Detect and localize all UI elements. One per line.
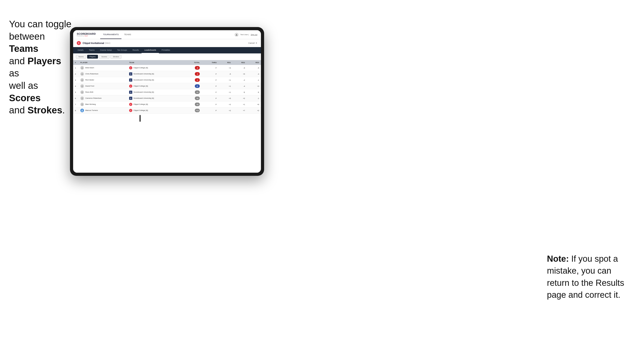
tab-tee-groups[interactable]: Tee Groups <box>114 47 130 53</box>
team-logo: C <box>129 66 132 69</box>
cell-rd3: -1 <box>247 95 261 101</box>
player-name: Rich Butler <box>85 79 94 81</box>
svg-point-2 <box>82 67 82 68</box>
navbar: SCOREBOARD Powered by clippd TOURNAMENTS… <box>73 30 261 39</box>
cell-thru: F <box>202 89 218 95</box>
cell-total: +1 <box>183 89 202 95</box>
cell-team: SScoreboard University [A] <box>127 77 183 83</box>
tab-details[interactable]: Details <box>75 47 86 53</box>
score-badge: -4 <box>195 72 200 76</box>
cell-rd3: +6 <box>247 101 261 108</box>
player-name: Chris Robertson <box>85 73 98 75</box>
tablet-frame: SCOREBOARD Powered by clippd TOURNAMENTS… <box>70 27 264 176</box>
team-name: Scoreboard University [A] <box>134 79 154 81</box>
cell-rd2: E <box>233 89 247 95</box>
nav-links: TOURNAMENTS TEAMS <box>100 30 134 39</box>
nav-teams[interactable]: TEAMS <box>122 30 134 39</box>
cell-team: SScoreboard University [A] <box>127 89 183 95</box>
subtab-scores[interactable]: Scores <box>99 55 110 59</box>
cell-player: Blair McHarg <box>78 101 127 108</box>
table-row: 7Blair McHargCClippd College [A]+8F+2+1+… <box>73 101 261 108</box>
subtab-players[interactable]: Players <box>87 55 98 59</box>
subtab-strokes[interactable]: Strokes <box>110 55 122 59</box>
cell-rd3: +3 <box>247 83 261 89</box>
svg-point-10 <box>82 92 82 92</box>
player-avatar <box>80 109 84 112</box>
cell-rd2: -2 <box>233 77 247 83</box>
tablet-side-button <box>140 115 141 122</box>
cell-rd1: +2 <box>218 108 233 114</box>
cell-rank: 8 <box>73 108 78 114</box>
cell-rd1: +2 <box>218 101 233 108</box>
cell-team: CClippd College [A] <box>127 83 183 89</box>
svg-text:S: S <box>130 92 131 93</box>
player-name: Rees Britt <box>85 91 93 93</box>
user-icon <box>234 33 238 37</box>
svg-text:S: S <box>130 98 131 99</box>
brand-title: SCOREBOARD <box>77 33 96 35</box>
close-icon: ✕ <box>256 42 257 44</box>
tab-leaderboards[interactable]: Leaderboards <box>142 47 159 53</box>
team-name: Clippd College [A] <box>134 109 148 111</box>
score-badge: +11 <box>195 109 200 112</box>
team-name: Clippd College [A] <box>134 67 148 69</box>
cell-rank: 2 <box>73 71 78 77</box>
cell-total: -8 <box>183 65 202 71</box>
table-row: 6Cameron RobertsonSScoreboard University… <box>73 95 261 101</box>
col-rd3: RD3 <box>247 60 261 65</box>
col-player: PLAYER <box>78 60 127 65</box>
cell-rd2: +7 <box>233 108 247 114</box>
team-logo: C <box>129 103 132 106</box>
table-row: 1Elliot EbertCClippd College [A]-8F+3-6-… <box>73 65 261 71</box>
svg-point-6 <box>82 79 82 80</box>
cell-player: Rees Britt <box>78 89 127 95</box>
cell-team: CClippd College [A] <box>127 65 183 71</box>
cell-thru: F <box>202 83 218 89</box>
team-logo: C <box>129 109 132 112</box>
player-avatar <box>80 72 84 76</box>
cell-rd2: -4 <box>233 83 247 89</box>
svg-point-9 <box>82 85 82 86</box>
team-name: Scoreboard University [A] <box>134 91 154 93</box>
leaderboard-table: # PLAYER TEAM TOTAL THRU RD1 RD2 RD3 1El… <box>73 60 261 114</box>
cell-thru: F <box>202 108 218 114</box>
cell-rank: 6 <box>73 95 78 101</box>
tab-results[interactable]: Results <box>130 47 142 53</box>
team-logo: S <box>129 97 132 100</box>
tournament-gender: (Men) <box>105 42 110 44</box>
cell-player: Elliot Ebert <box>78 65 127 71</box>
user-label: Test User | <box>240 34 249 36</box>
cell-rank: 4 <box>73 83 78 89</box>
tab-teams[interactable]: Teams <box>86 47 97 53</box>
brand-subtitle: Powered by clippd <box>77 35 96 36</box>
team-name: Scoreboard University [A] <box>134 73 154 75</box>
player-avatar <box>80 90 84 94</box>
cancel-button[interactable]: Cancel ✕ <box>248 42 257 44</box>
player-avatar <box>80 103 84 106</box>
cell-rd3: -1 <box>247 77 261 83</box>
svg-point-13 <box>82 98 82 99</box>
player-avatar <box>80 96 84 100</box>
right-annotation: Note: If you spot a mistake, you can ret… <box>547 253 633 301</box>
tab-printables[interactable]: Printables <box>159 47 173 53</box>
svg-text:S: S <box>130 79 131 81</box>
team-logo: S <box>129 72 132 75</box>
team-logo: S <box>129 91 132 94</box>
table-row: 8Marcus TurnersCClippd College [A]+11F+2… <box>73 108 261 114</box>
cell-team: CClippd College [A] <box>127 101 183 108</box>
player-name: Cameron Robertson <box>85 97 102 99</box>
subtab-teams[interactable]: Teams <box>76 55 86 59</box>
cell-rd3: -5 <box>247 65 261 71</box>
cell-rd2: +5 <box>233 71 247 77</box>
signout-link[interactable]: Sign out <box>251 34 257 36</box>
cell-thru: F <box>202 71 218 77</box>
cell-rd1: +5 <box>218 95 233 101</box>
nav-tournaments[interactable]: TOURNAMENTS <box>100 30 121 39</box>
player-name: Blair McHarg <box>85 103 96 105</box>
tournament-header: C Clippd Invitational (Men) Cancel ✕ <box>73 39 261 47</box>
svg-text:S: S <box>130 73 131 75</box>
tab-course-setup[interactable]: Course Setup <box>97 47 114 53</box>
leaderboard-table-container: # PLAYER TEAM TOTAL THRU RD1 RD2 RD3 1El… <box>73 60 261 173</box>
cell-total: +11 <box>183 108 202 114</box>
sub-tabs: Teams Players Scores Strokes <box>73 53 261 60</box>
